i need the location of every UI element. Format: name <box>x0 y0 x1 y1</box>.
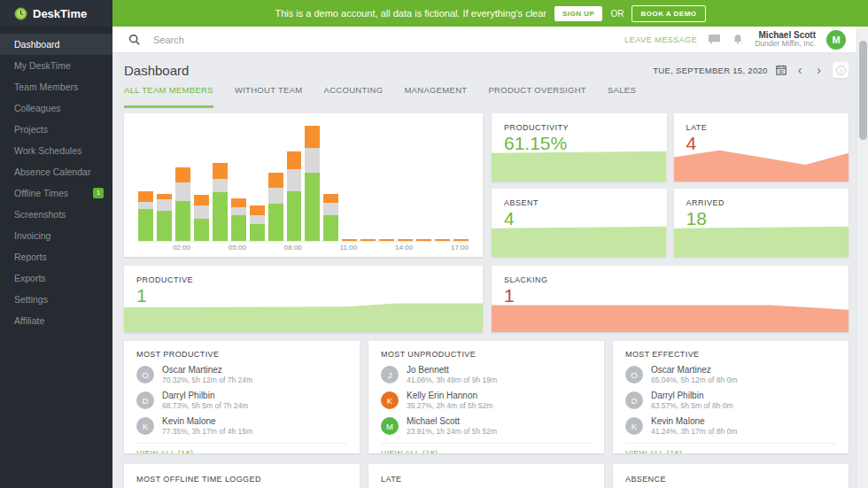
message-icon[interactable] <box>708 34 721 45</box>
x-tick-label <box>322 244 336 252</box>
sidebar-badge: 1 <box>93 188 104 198</box>
main-content: Dashboard TUE, SEPTEMBER 15, 2020 ‹ › ? … <box>112 53 856 488</box>
stat-card-slacking: SLACKING1 <box>492 266 849 332</box>
sidebar-item-reports[interactable]: Reports <box>0 246 112 267</box>
sidebar-item-dashboard[interactable]: Dashboard <box>0 34 112 55</box>
sidebar-item-colleagues[interactable]: Colleagues <box>0 97 112 119</box>
summary-row: PRODUCTIVE1SLACKING1 <box>124 266 849 332</box>
sidebar-item-projects[interactable]: Projects <box>0 119 112 140</box>
sidebar: DeskTime DashboardMy DeskTimeTeam Member… <box>0 0 112 488</box>
bell-icon[interactable] <box>732 33 744 46</box>
list-item[interactable]: KKelly Erin Hannon35.27%, 2h 4m of 5h 52… <box>381 391 592 410</box>
person-text: Kelly Erin Hannon35.27%, 2h 4m of 5h 52m <box>407 391 492 410</box>
stat-label: ARRIVED <box>674 189 849 207</box>
chart-bar-09:00 <box>305 126 320 241</box>
list-item[interactable]: JJo Bennett41.06%, 3h 49m of 9h 19m <box>381 365 592 384</box>
view-all-link[interactable]: VIEW ALL (18) <box>136 443 347 453</box>
stat-card-absent: ABSENT4 <box>492 189 667 257</box>
sidebar-item-offline-times[interactable]: Offline Times1 <box>0 182 112 204</box>
chart-bar-01:00 <box>157 194 172 241</box>
chart-bar-02:00 <box>175 167 190 241</box>
bar-segment-productive <box>287 191 302 241</box>
person-text: Jo Bennett41.06%, 3h 49m of 9h 19m <box>407 365 497 384</box>
bar-segment-productive <box>250 224 265 242</box>
stat-value: 61.15% <box>492 132 667 154</box>
x-tick-label <box>416 244 430 252</box>
stat-value: 4 <box>492 207 667 229</box>
tab-all-team-members[interactable]: ALL TEAM MEMBERS <box>124 85 213 108</box>
help-button[interactable]: ? <box>833 62 849 78</box>
sidebar-item-absence-calendar[interactable]: Absence Calendar <box>0 161 112 182</box>
person-text: Oscar Martinez65.04%, 5h 12m of 8h 0m <box>651 365 737 384</box>
stat-value: 18 <box>674 207 849 229</box>
date-prev-button[interactable]: ‹ <box>794 64 806 76</box>
page-title: Dashboard <box>124 63 189 78</box>
sidebar-item-settings[interactable]: Settings <box>0 289 112 310</box>
list-item[interactable]: OOscar Martinez65.04%, 5h 12m of 8h 0m <box>625 365 836 384</box>
sidebar-item-label: Reports <box>14 252 47 262</box>
stat-card-productivity: PRODUCTIVITY61.15% <box>492 113 667 182</box>
sidebar-item-affiliate[interactable]: Affiliate <box>0 310 112 331</box>
tab-product-oversight[interactable]: PRODUCT OVERSIGHT <box>488 85 586 108</box>
x-tick-label <box>306 244 319 252</box>
book-a-demo-button[interactable]: BOOK A DEMO <box>632 5 705 22</box>
calendar-icon[interactable] <box>776 65 787 75</box>
x-tick-label <box>194 244 207 252</box>
stacked-bar-chart <box>138 124 469 241</box>
tab-without-team[interactable]: WITHOUT TEAM <box>235 85 303 108</box>
list-card-title: MOST UNPRODUCTIVE <box>381 350 592 359</box>
person-name: Michael Scott <box>407 416 497 427</box>
sidebar-item-team-members[interactable]: Team Members <box>0 76 112 97</box>
scrollbar-thumb[interactable] <box>859 41 867 140</box>
sign-up-button[interactable]: SIGN UP <box>554 6 602 21</box>
bar-segment-neutral <box>287 169 302 191</box>
question-icon: ? <box>836 66 846 75</box>
leave-message-link[interactable]: LEAVE MESSAGE <box>624 35 697 44</box>
brand-logo[interactable]: DeskTime <box>0 0 112 27</box>
x-tick-label: 02:00 <box>173 244 190 252</box>
search-input[interactable] <box>153 35 419 45</box>
bar-segment-neutral <box>231 207 246 215</box>
avatar: D <box>625 391 643 409</box>
chart-x-axis: 02:0005:0008:0011:0014:0017:00 <box>138 244 469 252</box>
date-label[interactable]: TUE, SEPTEMBER 15, 2020 <box>653 66 767 75</box>
list-item[interactable]: OOscar Martinez70.32%, 5h 12m of 7h 24m <box>136 365 347 384</box>
person-name: Darryl Philbin <box>651 391 733 401</box>
search-icon[interactable] <box>128 34 141 46</box>
bar-segment-unproductive <box>231 198 246 207</box>
list-item[interactable]: DDarryl Philbin68.73%, 5h 5m of 7h 24m <box>136 391 347 410</box>
chart-bar-06:00 <box>250 205 265 241</box>
avatar: O <box>625 366 643 383</box>
x-tick-label <box>378 244 391 252</box>
person-name: Jo Bennett <box>407 365 497 376</box>
sidebar-item-work-schedules[interactable]: Work Schedules <box>0 140 112 161</box>
x-tick-label <box>267 244 280 252</box>
chart-bar-03:00 <box>194 195 209 241</box>
user-menu[interactable]: Michael Scott Dunder Miffin, Inc. <box>755 30 816 49</box>
scrollbar-track[interactable] <box>856 27 868 488</box>
bottom-card-late: LATE <box>368 464 604 488</box>
date-next-button[interactable]: › <box>813 64 825 76</box>
list-item[interactable]: KKevin Malone41.24%, 3h 17m of 8h 0m <box>625 416 836 436</box>
sidebar-item-my-desktime[interactable]: My DeskTime <box>0 55 112 76</box>
person-text: Darryl Philbin68.73%, 5h 5m of 7h 24m <box>162 391 248 410</box>
avatar: K <box>625 417 643 435</box>
sidebar-item-exports[interactable]: Exports <box>0 267 112 289</box>
sidebar-item-label: Exports <box>14 273 46 283</box>
tab-management[interactable]: MANAGEMENT <box>404 85 467 108</box>
user-avatar[interactable]: M <box>826 30 846 50</box>
view-all-link[interactable]: VIEW ALL (18) <box>625 443 836 453</box>
banner-or-label: OR <box>610 9 624 19</box>
stat-label: LATE <box>674 113 849 132</box>
tab-accounting[interactable]: ACCOUNTING <box>324 85 384 108</box>
view-all-link[interactable]: VIEW ALL (18) <box>381 443 592 453</box>
tab-sales[interactable]: SALES <box>608 85 636 108</box>
sidebar-item-screenshots[interactable]: Screenshots <box>0 204 112 225</box>
list-item[interactable]: DDarryl Philbin63.57%, 5h 5m of 8h 0m <box>625 391 836 410</box>
list-item[interactable]: MMichael Scott23.91%, 1h 24m of 5h 52m <box>381 416 592 436</box>
bar-segment-productive <box>157 211 172 241</box>
stats-grid: PRODUCTIVITY61.15%LATE4ABSENT4ARRIVED18 <box>492 113 849 257</box>
person-detail: 35.27%, 2h 4m of 5h 52m <box>407 401 492 410</box>
sidebar-item-invoicing[interactable]: Invoicing <box>0 225 112 246</box>
list-item[interactable]: KKevin Malone77.35%, 3h 17m of 4h 15m <box>136 416 347 436</box>
